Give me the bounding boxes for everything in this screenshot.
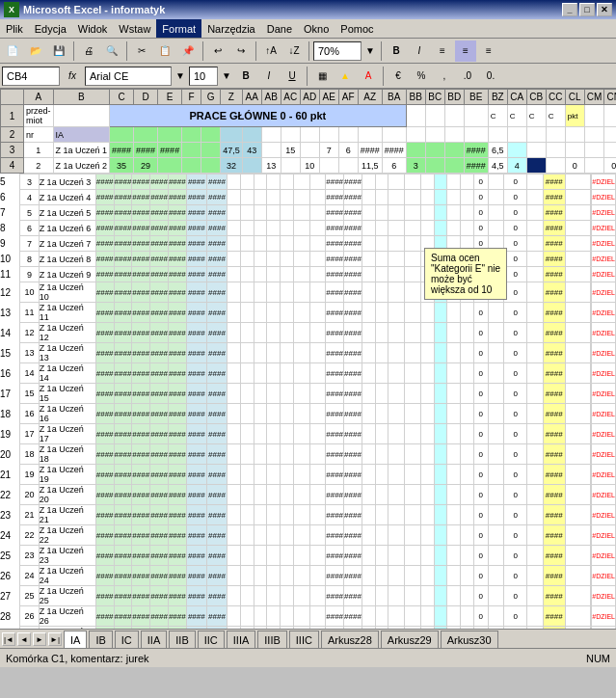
cell-B18[interactable]: Z 1a Uczeń 16 <box>39 404 95 424</box>
cell-mid2-28[interactable] <box>254 606 267 627</box>
cell-mid4-12[interactable] <box>281 282 294 303</box>
cell-mid4-10[interactable] <box>281 252 294 267</box>
cell-ocena22[interactable]: #DZIEL <box>592 485 616 505</box>
cell-CL18[interactable]: 0 <box>473 404 488 424</box>
cell-right0-11[interactable]: #### <box>326 267 344 282</box>
cell-col4-14[interactable]: #### <box>168 323 186 343</box>
cell-col3-9[interactable]: #### <box>150 236 169 252</box>
menu-plik[interactable]: Plik <box>0 19 29 38</box>
col-CA[interactable]: CA <box>507 90 526 105</box>
new-button[interactable]: 📄 <box>2 40 23 62</box>
cell-mid1-6[interactable] <box>240 190 254 205</box>
cell-right4-9[interactable] <box>388 236 405 252</box>
cell-CN16[interactable]: 0 <box>504 363 527 384</box>
cell-CM3[interactable] <box>584 143 604 158</box>
cell-mid5-21[interactable] <box>293 465 309 485</box>
cell-CM16[interactable] <box>488 363 504 384</box>
cell-ocena29[interactable]: #DZIEL <box>592 627 616 630</box>
cell-CX18[interactable]: #### <box>543 404 565 424</box>
col-BD[interactable]: BD <box>444 90 464 105</box>
cell-CN4[interactable]: 0 <box>604 158 616 174</box>
cell-col4-7[interactable]: #### <box>168 205 186 221</box>
cell-col1-23[interactable]: #### <box>114 505 132 525</box>
cell-right5-27[interactable] <box>405 586 421 606</box>
cell-CY2-28[interactable] <box>565 606 591 627</box>
cell-right3-14[interactable] <box>375 323 388 343</box>
cell-blueA1-29[interactable]: #### <box>206 627 227 630</box>
cell-mid2-18[interactable] <box>254 404 267 424</box>
cell-C2-1[interactable] <box>604 105 616 127</box>
cell-col0-6[interactable]: #### <box>95 190 114 205</box>
cell-mid1-21[interactable] <box>240 465 254 485</box>
cell-CY2-27[interactable] <box>565 586 591 606</box>
cell-col0-8[interactable]: #### <box>95 221 114 236</box>
tab-IB[interactable]: IB <box>89 631 112 648</box>
cell-right5-28[interactable] <box>405 606 421 627</box>
cell-mid5-6[interactable] <box>293 190 309 205</box>
cell-Z2[interactable] <box>221 127 243 143</box>
cell-col4-17[interactable]: #### <box>168 384 186 404</box>
cell-CY17[interactable] <box>527 384 544 404</box>
cell-right0-19[interactable]: #### <box>326 424 344 444</box>
cell-col2-26[interactable]: #### <box>132 566 150 586</box>
cell-CN28[interactable]: 0 <box>504 606 527 627</box>
cell-A13[interactable]: 11 <box>20 303 39 323</box>
cell-CM24[interactable] <box>488 525 504 546</box>
cell-right3-21[interactable] <box>375 465 388 485</box>
cell-col0-10[interactable]: #### <box>95 252 114 267</box>
dec-inc-btn[interactable]: .0 <box>457 66 478 87</box>
cell-CB1-8[interactable] <box>460 221 473 236</box>
cell-right3-7[interactable] <box>375 205 388 221</box>
cell-col0-28[interactable]: #### <box>95 606 114 627</box>
cell-ocena28[interactable]: #DZIEL <box>592 606 616 627</box>
cell-mid5-29[interactable] <box>293 627 309 630</box>
cell-mid0-15[interactable] <box>228 343 241 363</box>
cell-col2-11[interactable]: #### <box>132 267 150 282</box>
cell-ocena16[interactable]: #DZIEL <box>592 363 616 384</box>
cell-blueA0-23[interactable]: #### <box>186 505 206 525</box>
cell-mid4-14[interactable] <box>281 323 294 343</box>
cell-CA2[interactable] <box>507 127 526 143</box>
cell-right4-8[interactable] <box>388 221 405 236</box>
cell-col1-19[interactable]: #### <box>114 424 132 444</box>
cell-CL15[interactable]: 0 <box>473 343 488 363</box>
cell-right4-13[interactable] <box>388 303 405 323</box>
col-F[interactable]: F <box>182 90 201 105</box>
cell-col3-15[interactable]: #### <box>150 343 169 363</box>
cell-mid6-17[interactable] <box>309 384 326 404</box>
cell-right4-11[interactable] <box>388 267 405 282</box>
cell-mid4-25[interactable] <box>281 546 294 566</box>
cell-CM25[interactable] <box>488 546 504 566</box>
cell-mid5-17[interactable] <box>293 384 309 404</box>
cell-col3-6[interactable]: #### <box>150 190 169 205</box>
cell-B16[interactable]: Z 1a Uczeń 14 <box>39 363 95 384</box>
cell-CX27[interactable]: #### <box>543 586 565 606</box>
cell-right4-23[interactable] <box>388 505 405 525</box>
cell-BE3[interactable]: #### <box>464 143 488 158</box>
cell-right1-19[interactable]: #### <box>344 424 362 444</box>
cell-A12[interactable]: 10 <box>20 282 39 303</box>
cell-CN3[interactable] <box>604 143 616 158</box>
cell-BZ29[interactable] <box>420 627 434 630</box>
cell-blueA1-10[interactable]: #### <box>206 252 227 267</box>
cell-mid2-25[interactable] <box>254 546 267 566</box>
cell-CA14[interactable] <box>434 323 447 343</box>
cell-col0-7[interactable]: #### <box>95 205 114 221</box>
cell-CM6[interactable] <box>488 190 504 205</box>
cell-BZ14[interactable] <box>420 323 434 343</box>
cell-blueA0-10[interactable]: #### <box>186 252 206 267</box>
cell-CM29[interactable] <box>488 627 504 630</box>
cell-right2-11[interactable] <box>362 267 375 282</box>
cell-blueA0-16[interactable]: #### <box>186 363 206 384</box>
cell-CA24[interactable] <box>434 525 447 546</box>
cell-mid0-11[interactable] <box>228 267 241 282</box>
cell-CY15[interactable] <box>527 343 544 363</box>
cell-right2-19[interactable] <box>362 424 375 444</box>
cell-col1-26[interactable]: #### <box>114 566 132 586</box>
cell-blueA0-27[interactable]: #### <box>186 586 206 606</box>
cell-G2[interactable] <box>201 127 221 143</box>
cell-right5-10[interactable] <box>405 252 421 267</box>
cell-mid3-8[interactable] <box>267 221 281 236</box>
cell-AZ2[interactable] <box>358 127 382 143</box>
cell-mid3-13[interactable] <box>267 303 281 323</box>
